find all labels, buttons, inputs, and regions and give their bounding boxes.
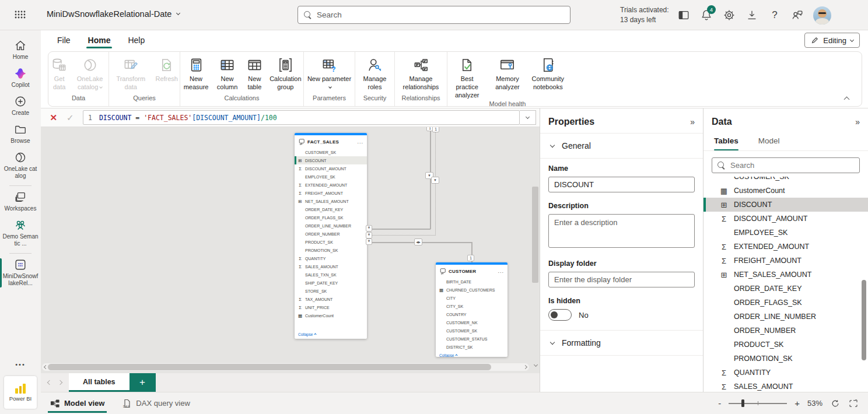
table-field[interactable]: COUNTRY bbox=[436, 310, 508, 318]
dax-query-view-tab[interactable]: DAX DAX query view bbox=[122, 392, 190, 414]
table-field[interactable]: CUSTOMER_STATUS bbox=[436, 335, 508, 343]
data-field-row[interactable]: DISCOUNT bbox=[704, 198, 868, 212]
data-panel-tab[interactable]: Model bbox=[758, 136, 780, 150]
description-input[interactable] bbox=[548, 214, 695, 248]
side-panel-toggle-icon[interactable] bbox=[677, 8, 691, 22]
zoom-slider[interactable] bbox=[729, 403, 787, 404]
table-field[interactable]: DISCOUNT_AMOUNT bbox=[295, 164, 367, 173]
is-hidden-toggle[interactable] bbox=[548, 309, 572, 321]
ribbon-button[interactable]: Community notebooks bbox=[528, 56, 568, 93]
ribbon-button[interactable]: Best practice analyzer bbox=[447, 56, 487, 100]
panel-collapse-icon[interactable]: » bbox=[690, 117, 695, 127]
app-title-menu[interactable]: MiniDwSnowflakeRelational-Date bbox=[47, 9, 180, 19]
table-field[interactable]: CUSTOMER_SK bbox=[436, 327, 508, 335]
ribbon-button[interactable]: Refresh bbox=[153, 56, 180, 85]
data-field-row[interactable]: QUANTITY bbox=[704, 366, 868, 380]
fit-to-screen-icon[interactable] bbox=[848, 398, 859, 409]
data-field-row[interactable]: PRODUCT_SK bbox=[704, 338, 868, 352]
ribbon-button[interactable]: Memory analyzer bbox=[488, 56, 527, 93]
table-field[interactable]: DISCOUNT bbox=[295, 156, 367, 164]
table-collapse-link[interactable]: Collapse bbox=[436, 351, 508, 357]
table-field[interactable]: FREIGHT_AMOUNT bbox=[295, 189, 367, 197]
sidebar-item[interactable]: Workspaces bbox=[0, 188, 41, 216]
sidebar-item[interactable]: Home bbox=[0, 36, 41, 64]
ribbon-button[interactable]: Transform data bbox=[109, 56, 152, 93]
sidebar-more-icon[interactable]: ••• bbox=[15, 361, 26, 368]
table-field[interactable]: QUANTITY bbox=[295, 254, 367, 262]
model-view-tab[interactable]: Model view bbox=[50, 392, 104, 414]
display-folder-input[interactable] bbox=[548, 272, 695, 287]
download-icon[interactable] bbox=[745, 8, 759, 22]
ribbon-button[interactable]: OneLake catalog bbox=[71, 56, 108, 93]
ribbon-tab[interactable]: Home bbox=[88, 30, 111, 50]
table-field[interactable]: ORDER_FLAGS_SK bbox=[295, 213, 367, 222]
table-field[interactable]: ORDER_LINE_NUMBER bbox=[295, 222, 367, 230]
table-field[interactable]: CUSTOMER_SK bbox=[295, 148, 367, 156]
scroll-right-icon[interactable] bbox=[523, 365, 527, 369]
reset-zoom-icon[interactable] bbox=[830, 398, 841, 409]
name-input[interactable] bbox=[548, 177, 695, 192]
table-field[interactable]: SALES_AMOUNT bbox=[295, 262, 367, 271]
table-field[interactable]: PROMOTION_SK bbox=[295, 246, 367, 254]
sidebar-item[interactable]: Create bbox=[0, 92, 41, 120]
ribbon-tab[interactable]: File bbox=[57, 30, 71, 50]
data-field-row[interactable]: NET_SALES_AMOUNT bbox=[704, 268, 868, 282]
ribbon-collapse-icon[interactable] bbox=[844, 97, 850, 103]
model-diagram-canvas[interactable]: * * * ▼ ▼ ◀▶ 1 1 1 FACT_SALES ... CUSTOM… bbox=[41, 127, 540, 373]
scroll-left-icon[interactable] bbox=[44, 365, 48, 369]
data-field-row[interactable]: PROMOTION_SK bbox=[704, 352, 868, 366]
data-field-row[interactable]: ORDER_LINE_NUMBER bbox=[704, 310, 868, 324]
feedback-icon[interactable] bbox=[790, 8, 804, 22]
data-field-row[interactable]: CustomerCount bbox=[704, 184, 868, 198]
table-collapse-link[interactable]: Collapse bbox=[295, 330, 367, 339]
relationship-line[interactable] bbox=[369, 229, 430, 230]
layout-tab-all-tables[interactable]: All tables bbox=[69, 373, 130, 392]
app-launcher-icon[interactable] bbox=[15, 10, 26, 19]
table-field[interactable]: DISTRICT_SK bbox=[436, 343, 508, 351]
sidebar-item[interactable]: MiniDwSnowflakeRel... bbox=[0, 255, 41, 290]
data-panel-tab[interactable]: Tables bbox=[714, 136, 738, 150]
user-avatar[interactable] bbox=[813, 6, 831, 24]
zoom-in-button[interactable]: + bbox=[794, 398, 800, 408]
table-field[interactable]: SALES_TXN_SK bbox=[295, 271, 367, 279]
table-field[interactable]: ORDER_DATE_KEY bbox=[295, 205, 367, 213]
table-field[interactable]: EXTENDED_AMOUNT bbox=[295, 181, 367, 189]
table-field[interactable]: EMPLOYEE_SK bbox=[295, 173, 367, 181]
notifications-bell-icon[interactable]: 4 bbox=[699, 8, 713, 22]
sidebar-item[interactable]: OneLake catalog bbox=[0, 148, 41, 183]
table-field[interactable]: CITY bbox=[436, 294, 508, 302]
data-panel-scrollbar[interactable] bbox=[862, 280, 866, 360]
sidebar-item[interactable]: Browse bbox=[0, 120, 41, 148]
formula-input[interactable]: 1DISCOUNT = 'FACT_SALES'[DISCOUNT_AMOUNT… bbox=[83, 110, 520, 125]
canvas-vertical-scrollbar[interactable] bbox=[531, 128, 539, 358]
scroll-down-icon[interactable] bbox=[534, 358, 537, 369]
model-table-fact-sales[interactable]: FACT_SALES ... CUSTOMER_SK DISCOUNT bbox=[295, 133, 367, 339]
data-field-row[interactable]: EMPLOYEE_SK bbox=[704, 226, 868, 240]
data-field-row[interactable]: EXTENDED_AMOUNT bbox=[704, 240, 868, 254]
zoom-slider-thumb[interactable] bbox=[741, 399, 744, 407]
table-field[interactable]: CustomerCount bbox=[295, 311, 367, 320]
ribbon-button[interactable]: New column bbox=[213, 56, 242, 93]
sidebar-item[interactable]: Demo Semantic ... bbox=[0, 216, 41, 251]
data-field-row[interactable]: SALES_AMOUNT bbox=[704, 380, 868, 392]
data-search-input[interactable] bbox=[730, 161, 854, 170]
data-field-row[interactable]: DISCOUNT_AMOUNT bbox=[704, 212, 868, 226]
search-input[interactable] bbox=[317, 10, 564, 19]
formula-cancel-icon[interactable]: ✕ bbox=[50, 113, 57, 123]
data-field-row[interactable]: ORDER_DATE_KEY bbox=[704, 282, 868, 296]
table-field[interactable]: UNIT_PRICE bbox=[295, 303, 367, 311]
ribbon-button[interactable]: Manage roles bbox=[355, 56, 394, 93]
settings-gear-icon[interactable] bbox=[722, 8, 736, 22]
formula-expand-icon[interactable] bbox=[520, 110, 536, 125]
ribbon-button[interactable]: New measure bbox=[180, 56, 212, 93]
table-field[interactable]: STORE_SK bbox=[295, 287, 367, 295]
layout-next-icon[interactable] bbox=[58, 380, 62, 385]
data-field-row[interactable]: CUSTOMER_SK bbox=[704, 177, 868, 184]
help-icon[interactable]: ? bbox=[768, 8, 782, 22]
table-field[interactable]: SHIP_DATE_KEY bbox=[295, 279, 367, 287]
table-field[interactable]: TAX_AMOUNT bbox=[295, 295, 367, 303]
table-field[interactable]: PRODUCT_SK bbox=[295, 238, 367, 246]
formula-commit-icon[interactable]: ✓ bbox=[66, 113, 74, 123]
table-field[interactable]: CITY_SK bbox=[436, 302, 508, 310]
table-field[interactable]: CUSTOMER_NK bbox=[436, 318, 508, 327]
